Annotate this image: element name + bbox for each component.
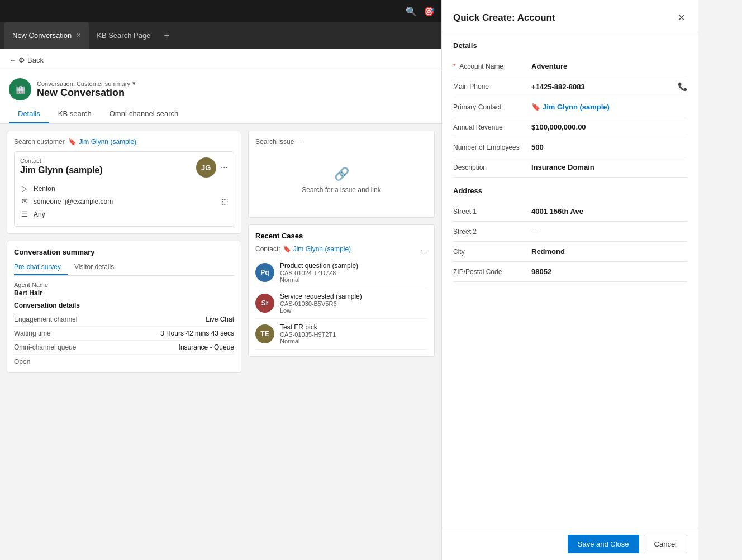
cases-more-icon[interactable]: … (420, 245, 427, 253)
agent-name-label: Agent Name (14, 281, 234, 288)
street1-value[interactable]: 4001 156th Ave (531, 207, 687, 216)
employees-row: Number of Employees 500 (453, 137, 687, 157)
phone-value[interactable]: +1425-882-8083 (531, 83, 678, 91)
conv-summary-title: Conversation summary (14, 248, 234, 256)
zip-value[interactable]: 98052 (531, 267, 687, 276)
case-name-3: Test ER pick (280, 323, 336, 331)
case-avatar-3: TE (255, 324, 274, 343)
case-avatar-2: Sr (255, 294, 274, 313)
customer-link[interactable]: 🔖 Jim Glynn (sample) (68, 138, 136, 146)
close-icon[interactable]: ✕ (76, 32, 81, 39)
street2-row: Street 2 --- (453, 222, 687, 242)
engagement-channel-row: Engagement channel Live Chat (14, 313, 234, 327)
settings-icon[interactable]: 🎯 (424, 6, 435, 17)
queue-value: Insurance - Queue (179, 343, 234, 351)
quick-create-panel: Quick Create: Account ✕ Details * Accoun… (441, 0, 698, 560)
agent-name-field: Agent Name Bert Hair (14, 281, 234, 297)
quick-create-header: Quick Create: Account ✕ (442, 0, 698, 32)
phone-icon[interactable]: 📞 (678, 82, 687, 91)
primary-contact-row: Primary Contact 🔖 Jim Glynn (sample) (453, 97, 687, 117)
conversation-subtitle: Conversation: Customer summary ▾ (37, 80, 136, 87)
annual-revenue-row: Annual Revenue $100,000,000.00 (453, 117, 687, 137)
address-heading: Address (453, 186, 687, 195)
case-item-3: TE Test ER pick CAS-01035-H9T2T1 Normal (255, 319, 427, 350)
search-issue-card: Search issue --- 🔗 Search for a issue an… (248, 131, 435, 218)
back-arrow-icon: ← (9, 56, 16, 64)
chevron-down-icon[interactable]: ▾ (132, 80, 136, 87)
tab-bar: New Conversation ✕ KB Search Page + (0, 22, 441, 49)
cases-contact-link[interactable]: Jim Glynn (sample) (293, 245, 351, 253)
contact-email-row: ✉ someone_j@example.com ⬚ (20, 195, 228, 208)
cancel-button[interactable]: Cancel (644, 535, 687, 553)
content-header: 🏢 Conversation: Customer summary ▾ New C… (0, 71, 441, 124)
search-icon[interactable]: 🔍 (406, 6, 417, 17)
contact-type-row: ☰ Any (20, 208, 228, 221)
main-phone-label: Main Phone (453, 83, 531, 90)
agent-name-value: Bert Hair (14, 289, 234, 297)
case-priority-1: Normal (280, 276, 358, 283)
description-value[interactable]: Insurance Domain (531, 163, 687, 171)
tab-label: New Conversation (12, 31, 72, 40)
required-marker: * (453, 63, 456, 70)
back-label: ⚙ (18, 56, 25, 64)
email-action-icon[interactable]: ⬚ (222, 198, 228, 205)
back-button[interactable]: ← ⚙ Back (9, 56, 44, 64)
contact-link-icon: 🔖 (531, 103, 540, 111)
tab-kb-search-nav[interactable]: KB search (49, 105, 101, 123)
tab-omni-channel[interactable]: Omni-channel search (101, 105, 188, 123)
search-customer-label: Search customer (14, 138, 65, 146)
search-link-text: Search for a issue and link (302, 186, 380, 194)
case-name-2: Service requested (sample) (280, 293, 362, 300)
annual-revenue-value[interactable]: $100,000,000.00 (531, 123, 687, 131)
summary-tab-visitor[interactable]: Visitor details (74, 261, 121, 275)
engagement-value: Live Chat (206, 315, 234, 323)
tab-new-conversation[interactable]: New Conversation ✕ (4, 22, 89, 49)
summary-tab-prechat[interactable]: Pre-chat survey (14, 261, 68, 275)
more-options-icon[interactable]: ··· (221, 162, 228, 173)
tab-details[interactable]: Details (9, 105, 49, 123)
tab-kb-search[interactable]: KB Search Page (89, 22, 158, 49)
add-tab-button[interactable]: + (158, 22, 175, 49)
phone-value-row: +1425-882-8083 📞 (531, 82, 687, 91)
back-text: Back (27, 56, 44, 64)
contact-card: Contact Jim Glynn (sample) JG ··· ▷ Rent… (14, 151, 234, 227)
tab-label: KB Search Page (97, 31, 150, 40)
quick-create-body: Details * Account Name Adventure Main Ph… (442, 32, 698, 528)
queue-label: Omni-channel queue (14, 343, 76, 351)
status-badge: Open (14, 358, 30, 366)
street2-value[interactable]: --- (531, 227, 687, 236)
location-icon: ▷ (20, 184, 29, 193)
street1-label: Street 1 (453, 208, 531, 216)
account-name-value[interactable]: Adventure (531, 62, 687, 70)
recent-cases-title: Recent Cases (255, 232, 427, 240)
employees-value[interactable]: 500 (531, 143, 687, 151)
left-column: Search customer 🔖 Jim Glynn (sample) Con… (7, 131, 241, 553)
nav-tabs: Details KB search Omni-channel search (9, 105, 432, 123)
case-priority-3: Normal (280, 338, 336, 344)
customer-card: Search customer 🔖 Jim Glynn (sample) Con… (7, 131, 241, 234)
address-section: Address Street 1 4001 156th Ave Street 2… (453, 186, 687, 282)
link-icon: 🔗 (334, 167, 349, 181)
recent-cases-card: Recent Cases Contact: 🔖 Jim Glynn (sampl… (248, 224, 435, 357)
type-icon: ☰ (20, 210, 29, 218)
account-name-label: * Account Name (453, 63, 531, 70)
contact-city-row: ▷ Renton (20, 182, 228, 195)
status-row: Open (14, 355, 234, 366)
primary-contact-label: Primary Contact (453, 103, 531, 111)
case-avatar-1: Pq (255, 263, 274, 282)
annual-revenue-label: Annual Revenue (453, 123, 531, 131)
waiting-label: Waiting time (14, 329, 51, 337)
contact-icon: 🔖 (68, 138, 77, 146)
street1-row: Street 1 4001 156th Ave (453, 202, 687, 222)
primary-contact-link[interactable]: 🔖 Jim Glynn (sample) (531, 103, 610, 111)
city-value[interactable]: Redmond (531, 247, 687, 256)
conversation-summary-card: Conversation summary Pre-chat survey Vis… (7, 241, 241, 373)
close-panel-button[interactable]: ✕ (676, 10, 687, 25)
case-id-1: CAS-01024-T4D7Z8 (280, 270, 358, 276)
waiting-time-row: Waiting time 3 Hours 42 mins 43 secs (14, 327, 234, 341)
employees-label: Number of Employees (453, 143, 531, 151)
content-area: Search customer 🔖 Jim Glynn (sample) Con… (0, 124, 441, 560)
search-link-area: 🔗 Search for a issue and link (255, 150, 427, 210)
save-close-button[interactable]: Save and Close (568, 535, 639, 553)
quick-create-footer: Save and Close Cancel (442, 528, 698, 560)
